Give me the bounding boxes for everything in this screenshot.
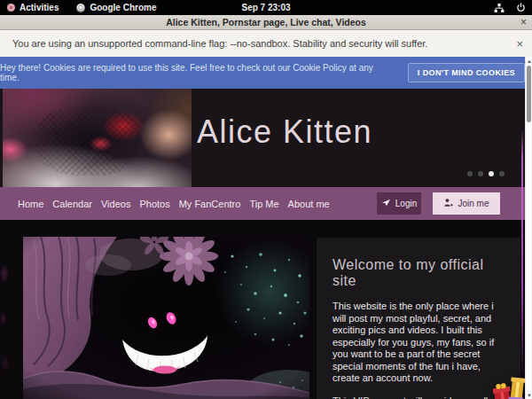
scroll-up-icon[interactable]: ▲	[526, 57, 532, 65]
carousel-dot[interactable]	[489, 171, 494, 176]
main-navigation: Home Calendar Videos Photos My FanCentro…	[0, 187, 525, 220]
carousel-dot[interactable]	[499, 171, 505, 176]
power-icon[interactable]	[516, 3, 526, 12]
system-top-bar: Activities Google Chrome Sep 7 23:03	[0, 0, 532, 15]
sidebar-paragraph: This website is the only place where i w…	[332, 301, 496, 385]
clock-label: Sep 7 23:03	[241, 3, 290, 12]
slider-image-cheshire-cat	[23, 237, 309, 399]
carousel-dots	[467, 171, 505, 176]
scroll-down-icon[interactable]: ▼	[526, 391, 532, 399]
nav-item-aboutme[interactable]: About me	[288, 199, 330, 209]
carousel-dot[interactable]	[478, 171, 483, 176]
scrollbar-thumb[interactable]	[527, 66, 531, 122]
welcome-sidebar: Welcome to my official site This website…	[317, 238, 520, 399]
cookie-banner: Hey there! Cookies are required to use t…	[0, 57, 525, 89]
sandbox-warning-bar: You are using an unsupported command-lin…	[0, 30, 532, 58]
nav-item-photos[interactable]: Photos	[139, 199, 169, 209]
nav-item-videos[interactable]: Videos	[101, 199, 130, 209]
page-content: Alice Kitten Home Calendar Videos Photos…	[0, 89, 525, 399]
carousel-dot[interactable]	[467, 171, 473, 176]
warning-close-icon[interactable]: ×	[516, 30, 523, 57]
login-label: Login	[395, 199, 417, 208]
send-icon	[381, 198, 391, 209]
cookie-message: Hey there! Cookies are required to use t…	[0, 63, 394, 82]
sidebar-title: Welcome to my official site	[332, 257, 496, 289]
window-title: Alice Kitten, Pornstar page, Live chat, …	[166, 17, 366, 27]
sidebar-paragraph: This VIP account will provide you all my…	[332, 395, 496, 399]
site-title[interactable]: Alice Kitten	[197, 113, 372, 151]
join-me-button[interactable]: Join me	[433, 192, 500, 215]
join-label: Join me	[458, 199, 489, 208]
nav-item-home[interactable]: Home	[18, 199, 43, 209]
gifts-icon[interactable]	[493, 374, 525, 399]
scrollbar[interactable]: ▲ ▼	[525, 57, 532, 399]
site-header: Alice Kitten	[0, 89, 525, 187]
background-pattern	[0, 220, 11, 399]
network-icon[interactable]	[494, 3, 505, 13]
nav-item-tipme[interactable]: Tip Me	[249, 199, 278, 209]
page-edge-accent	[521, 129, 523, 377]
nav-item-fancentro[interactable]: My FanCentro	[179, 199, 241, 209]
login-button[interactable]: Login	[377, 192, 421, 215]
window-close-icon[interactable]: ×	[520, 15, 527, 29]
nav-item-calendar[interactable]: Calendar	[52, 199, 92, 209]
clock[interactable]: Sep 7 23:03	[0, 0, 532, 15]
cookie-accept-button[interactable]: I DON'T MIND COOKIES	[408, 63, 525, 82]
add-user-icon	[443, 198, 453, 209]
header-banner-photo	[3, 89, 192, 187]
warning-message: You are using an unsupported command-lin…	[12, 38, 427, 49]
window-title-bar: Alice Kitten, Pornstar page, Live chat, …	[0, 15, 532, 30]
